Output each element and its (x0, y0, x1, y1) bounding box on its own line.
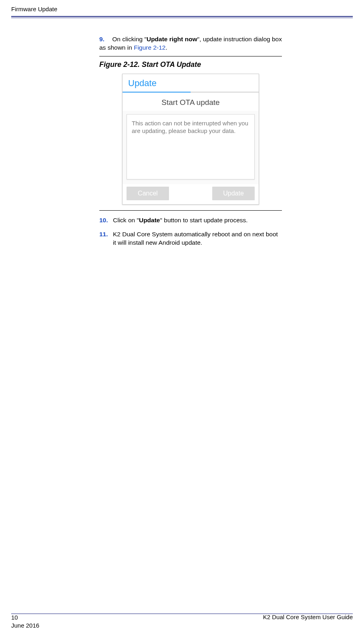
figure-rule-top (99, 56, 282, 56)
step-number: 10. (99, 216, 113, 225)
step-bold: Update right now (147, 36, 197, 42)
dialog-app-title: Update (128, 78, 157, 88)
step-text-pre: On clicking " (112, 36, 147, 42)
figure-rule-bottom (99, 210, 282, 211)
step-number: 11. (99, 230, 113, 247)
dialog-title: Start OTA update (123, 93, 259, 111)
dialog-body-text: This action can not be interrupted when … (127, 114, 255, 179)
step-text-pre: Click on " (113, 217, 139, 223)
page-header: Firmware Update (0, 0, 364, 16)
step-text: K2 Dual Core System automatically reboot… (113, 230, 282, 247)
step-11: 11. K2 Dual Core System automatically re… (99, 230, 282, 247)
page-number: 10 (11, 614, 39, 622)
step-text-post: " button to start update process. (160, 217, 247, 223)
footer-left: 10 June 2016 (11, 614, 39, 629)
header-rule (11, 16, 353, 18)
step-10: 10. Click on "Update" button to start up… (99, 216, 282, 225)
step-text-post: . (165, 44, 167, 51)
cancel-button[interactable]: Cancel (127, 187, 169, 200)
figure-caption: Figure 2-12. Start OTA Update (99, 60, 282, 69)
step-number: 9. (99, 35, 111, 44)
dialog-header: Update (123, 74, 259, 92)
footer-date: June 2016 (11, 622, 39, 630)
figure-ref-link[interactable]: Figure 2-12 (134, 44, 165, 51)
main-content: 9. On clicking "Update right now", updat… (99, 35, 282, 247)
ota-dialog: Update Start OTA update This action can … (122, 74, 259, 205)
page-footer: 10 June 2016 K2 Dual Core System User Gu… (11, 614, 353, 629)
step-text: Click on "Update" button to start update… (113, 216, 248, 225)
step-9: 9. On clicking "Update right now", updat… (99, 35, 282, 52)
section-title: Firmware Update (11, 6, 57, 12)
dialog-screenshot: Update Start OTA update This action can … (99, 74, 282, 205)
step-bold: Update (139, 217, 160, 223)
footer-guide-title: K2 Dual Core System User Guide (263, 614, 353, 629)
dialog-button-row: Cancel Update (123, 184, 259, 204)
update-button[interactable]: Update (212, 187, 255, 200)
